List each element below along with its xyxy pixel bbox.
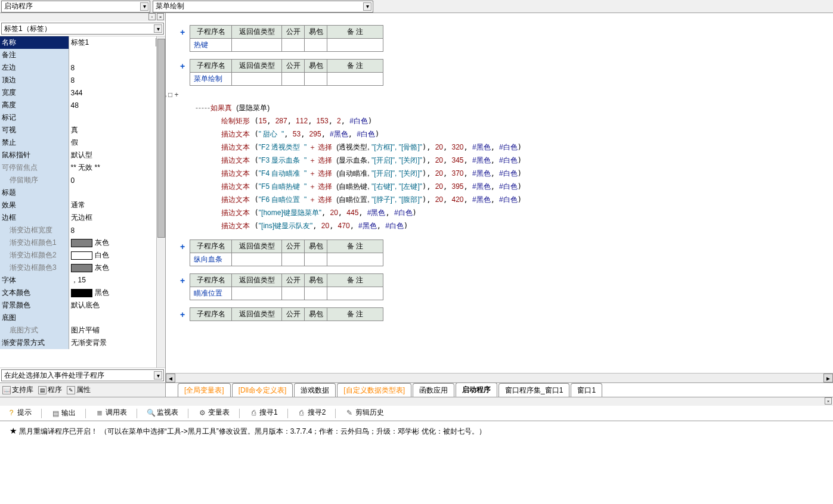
prop-value[interactable] (69, 186, 165, 199)
prop-label: 渐变边框颜色2 (0, 249, 69, 262)
top-toolbar: 启动程序 菜单绘制 (0, 0, 833, 13)
output-tab[interactable]: ✎剪辑历史 (342, 406, 388, 420)
output-tab[interactable]: 🔍监视表 (143, 406, 182, 420)
expand-icon[interactable]: + (180, 276, 185, 285)
color-swatch (71, 289, 92, 297)
prop-value[interactable]: 图片平铺 (69, 324, 165, 337)
prop-label: 标题 (0, 186, 69, 199)
loop-icon[interactable]: ⤹□ + (166, 88, 794, 101)
expand-icon[interactable]: + (180, 27, 185, 37)
output-tab-bar: ?提示▤输出≣调用表🔍监视表⚙变量表⎙搜寻1⎙搜寻2✎剪辑历史 (0, 406, 833, 421)
prop-label: 效果 (0, 199, 69, 211)
output-tab[interactable]: ▤输出 (48, 407, 79, 419)
prop-label: 底图 (0, 312, 69, 324)
prop-value[interactable]: 真 (69, 124, 165, 136)
prop-label: 文本颜色 (0, 287, 69, 299)
prop-label: 边框 (0, 211, 69, 224)
sub-header: 子程序名返回值类型公开易包备 注菜单绘制 (190, 59, 383, 86)
prop-label: 字体 (0, 274, 69, 287)
prop-label: 渐变边框宽度 (0, 224, 69, 237)
prop-value[interactable]: 48 (69, 99, 165, 111)
output-close-icon[interactable]: × (825, 397, 832, 405)
expand-icon[interactable]: + (180, 310, 185, 319)
prop-value[interactable] (69, 49, 165, 61)
prop-value[interactable]: 假 (69, 136, 165, 149)
expand-icon[interactable]: + (180, 61, 185, 71)
prop-value[interactable]: 白色 (69, 249, 165, 262)
tab-support-lib[interactable]: 📖支持库 (2, 385, 33, 395)
tab-program[interactable]: ▤程序 (38, 385, 62, 395)
prop-label: 渐变边框颜色3 (0, 262, 69, 274)
prop-value[interactable]: ，15 (69, 274, 165, 287)
scrollbar-horizontal[interactable]: ◂ ▸ (166, 373, 833, 382)
prop-value[interactable]: 灰色 (69, 237, 165, 249)
prop-value[interactable]: 默认型 (69, 149, 165, 161)
prop-value[interactable]: 无渐变背景 (69, 337, 165, 349)
output-tab[interactable]: ⎙搜寻1 (246, 406, 281, 420)
prop-value[interactable] (69, 312, 165, 324)
panel-close-icon[interactable]: × (157, 13, 164, 20)
tab-property[interactable]: ✎属性 (67, 385, 91, 395)
prop-value[interactable]: 8 (69, 224, 165, 237)
subroutine-combo[interactable]: 菜单绘制 (153, 1, 373, 13)
prop-label: 名称 (0, 36, 69, 49)
code-tab[interactable]: [全局变量表] (178, 383, 231, 397)
chevron-down-icon (140, 2, 148, 11)
prop-value[interactable]: ** 无效 ** (69, 161, 165, 174)
prop-value[interactable]: 8 (69, 61, 165, 74)
program-combo[interactable]: 启动程序 (1, 1, 150, 13)
code-tab[interactable]: 窗口程序集_窗口1 (498, 383, 569, 397)
sub-header: 子程序名返回值类型公开易包备 注 (190, 307, 383, 321)
tab-icon: ▤ (51, 409, 60, 418)
prop-value[interactable]: 通常 (69, 199, 165, 211)
prop-value[interactable]: 0 (69, 174, 165, 186)
prop-value[interactable]: 8 (69, 74, 165, 86)
scrollbar-thumb[interactable] (157, 39, 165, 238)
tab-icon: ✎ (345, 409, 354, 417)
output-tab[interactable]: ⎙搜寻2 (294, 406, 330, 420)
code-tab-bar: [全局变量表][Dll命令定义表]游戏数据[自定义数据类型表]函数应用启动程序窗… (166, 382, 833, 397)
output-tab[interactable]: ⚙变量表 (194, 406, 233, 420)
book-icon: 📖 (2, 386, 11, 394)
code-tab[interactable]: 窗口1 (571, 383, 602, 397)
tab-icon: ⎙ (298, 409, 306, 417)
page-icon: ▤ (38, 386, 47, 394)
scroll-right-icon[interactable]: ▸ (823, 374, 833, 382)
code-editor[interactable]: +子程序名返回值类型公开易包备 注热键+子程序名返回值类型公开易包备 注菜单绘制… (166, 13, 833, 373)
prop-label: 高度 (0, 99, 69, 111)
prop-label: 备注 (0, 49, 69, 61)
prop-value[interactable]: 344 (69, 86, 165, 99)
code-tab[interactable]: 启动程序 (456, 382, 497, 397)
tab-icon: ? (7, 409, 16, 417)
left-tab-bar: 📖支持库 ▤程序 ✎属性 (0, 382, 165, 397)
panel-pin-icon[interactable]: ▫ (148, 13, 156, 20)
prop-value[interactable] (69, 111, 165, 124)
output-tab[interactable]: ?提示 (4, 406, 35, 420)
prop-label: 可视 (0, 124, 69, 136)
prop-value[interactable]: 无边框 (69, 211, 165, 224)
object-selector-combo[interactable]: 标签1（标签） (1, 23, 164, 35)
code-tab[interactable]: [Dll命令定义表] (232, 383, 293, 397)
event-selector-combo[interactable]: 在此处选择加入事件处理子程序 (1, 369, 164, 381)
property-grid[interactable]: 名称标签1…备注左边8顶边8宽度344高度48标记可视真禁止假鼠标指针默认型可停… (0, 36, 165, 368)
code-tab[interactable]: [自定义数据类型表] (337, 383, 411, 397)
prop-label: 禁止 (0, 136, 69, 149)
prop-value[interactable]: 灰色 (69, 262, 165, 274)
code-tab[interactable]: 游戏数据 (294, 383, 336, 397)
prop-label: 左边 (0, 61, 69, 74)
scrollbar-vertical[interactable] (156, 36, 165, 368)
code-tab[interactable]: 函数应用 (413, 383, 454, 397)
chevron-down-icon (154, 371, 162, 379)
prop-value[interactable]: 默认底色 (69, 299, 165, 312)
prop-label: 底图方式 (0, 324, 69, 337)
prop-label: 渐变背景方式 (0, 337, 69, 349)
prop-value[interactable]: 标签1… (69, 36, 165, 49)
tab-icon: 🔍 (147, 409, 155, 417)
output-tab[interactable]: ≣调用表 (92, 406, 131, 420)
chevron-down-icon (363, 2, 371, 11)
scroll-left-icon[interactable]: ◂ (166, 374, 175, 382)
prop-value[interactable]: 黑色 (69, 287, 165, 299)
tab-icon: ⎙ (249, 409, 258, 417)
expand-icon[interactable]: + (180, 242, 185, 251)
prop-label: 渐变边框颜色1 (0, 237, 69, 249)
